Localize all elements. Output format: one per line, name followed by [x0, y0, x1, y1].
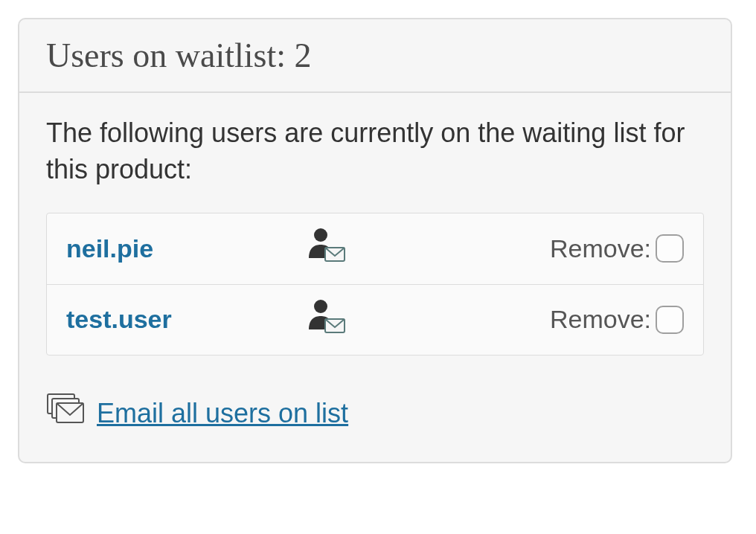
user-row-left: test.user: [66, 297, 550, 344]
remove-label: Remove:: [550, 303, 651, 337]
user-link[interactable]: neil.pie: [66, 232, 304, 266]
footer-row: Email all users on list: [46, 393, 704, 435]
user-mail-icon[interactable]: [304, 225, 346, 272]
panel-title-count: 2: [294, 36, 311, 74]
user-row: test.user Remove:: [47, 284, 703, 356]
user-mail-icon[interactable]: [304, 297, 346, 344]
waitlist-panel: Users on waitlist: 2 The following users…: [18, 18, 732, 463]
user-row-left: neil.pie: [66, 225, 550, 272]
intro-text: The following users are currently on the…: [46, 115, 704, 187]
panel-title-prefix: Users on waitlist:: [46, 36, 286, 74]
envelopes-icon: [46, 393, 86, 435]
panel-body: The following users are currently on the…: [19, 93, 731, 462]
remove-label: Remove:: [550, 232, 651, 266]
user-row: neil.pie Remove:: [47, 213, 703, 284]
remove-checkbox[interactable]: [656, 306, 684, 334]
user-link[interactable]: test.user: [66, 303, 304, 337]
panel-header: Users on waitlist: 2: [19, 19, 731, 93]
remove-wrap: Remove:: [550, 232, 684, 266]
svg-point-2: [314, 300, 327, 313]
user-list: neil.pie Remove:: [46, 213, 704, 356]
remove-checkbox[interactable]: [656, 234, 684, 263]
remove-wrap: Remove:: [550, 303, 684, 337]
svg-point-0: [314, 228, 327, 242]
email-all-link[interactable]: Email all users on list: [97, 396, 348, 432]
